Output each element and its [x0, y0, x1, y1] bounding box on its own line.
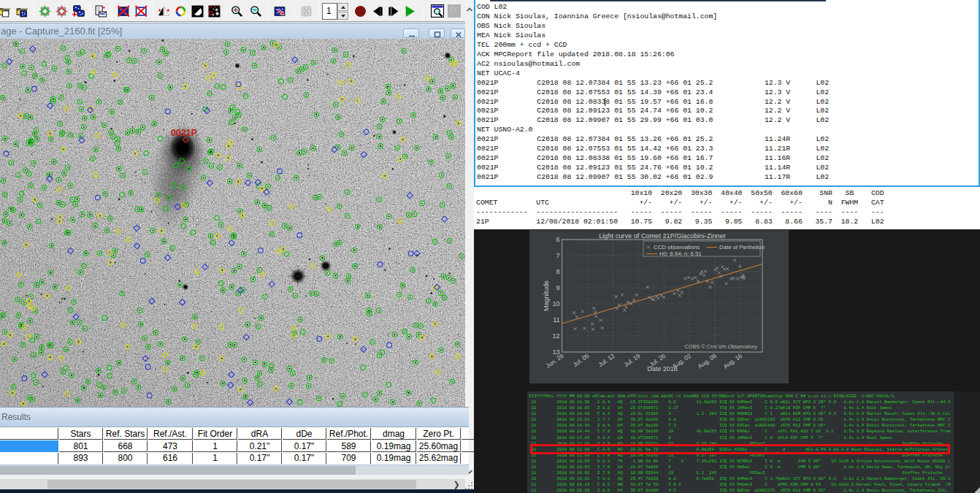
svg-text:COBS © Crni Vrh Observatory: COBS © Crni Vrh Observatory: [684, 343, 757, 350]
svg-text:9: 9: [556, 284, 559, 291]
svg-text:Date 2018: Date 2018: [647, 365, 678, 372]
svg-text:12: 12: [552, 332, 559, 340]
svg-text:11: 11: [553, 316, 559, 324]
svg-text:10: 10: [552, 300, 559, 307]
svg-text:Light curve of Comet 21P/Giaco: Light curve of Comet 21P/Giacobini-Zinne…: [599, 232, 726, 240]
svg-text:7: 7: [556, 252, 559, 259]
svg-text:0021P: 0021P: [171, 128, 197, 138]
svg-text:Magnitude: Magnitude: [543, 280, 550, 311]
svg-text:Date of Perihelion: Date of Perihelion: [719, 244, 765, 251]
svg-text:H0: 8.94; n: 6.51: H0: 8.94; n: 6.51: [659, 251, 702, 257]
svg-text:CCD observations: CCD observations: [654, 244, 700, 251]
svg-text:8: 8: [556, 268, 559, 275]
svg-text:6: 6: [556, 236, 559, 243]
